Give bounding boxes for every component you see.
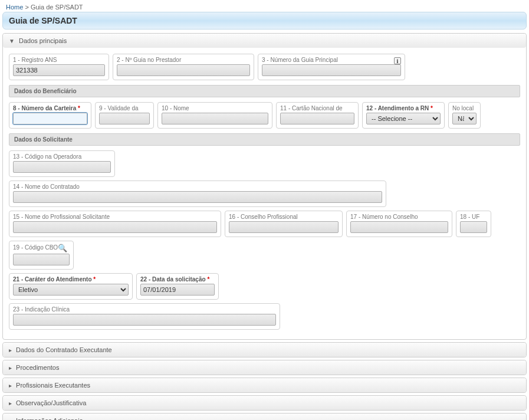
section-header-procedimentos[interactable]: ▸ Procedimentos [3, 360, 526, 375]
input-guia-principal[interactable] [262, 64, 401, 76]
field-nome: 10 - Nome [157, 102, 272, 129]
label-carater: 21 - Caráter do Atendimento * [13, 276, 129, 283]
input-nome-profissional[interactable] [13, 221, 217, 233]
label-data-solicitacao: 22 - Data da solicitação * [140, 276, 215, 283]
field-guia-principal: 3 - Número da Guia Principal i [258, 54, 405, 80]
section-title: Dados do Contratado Executante [16, 346, 112, 353]
section-profissionais: ▸ Profissionais Executantes [2, 378, 527, 393]
field-data-solicitacao: 22 - Data da solicitação * [136, 273, 219, 300]
chevron-right-icon: ▸ [9, 418, 12, 420]
section-title: Informações Adicionais [16, 417, 83, 420]
breadcrumb-current: Guia de SP/SADT [31, 4, 83, 11]
section-title: Observação/Justificativa [16, 399, 86, 406]
label-conselho: 16 - Conselho Profissional [229, 214, 339, 220]
section-header-informacoes[interactable]: ▸ Informações Adicionais [3, 414, 526, 420]
label-indicacao-clinica: 23 - Indicação Clínica [13, 306, 276, 313]
label-cartao-nacional: 11 - Cartão Nacional de [280, 105, 354, 111]
section-contratado-executante: ▸ Dados do Contratado Executante [2, 342, 527, 357]
input-guia-prestador[interactable] [117, 64, 250, 76]
label-atendimento-rn: 12 - Atendimento a RN * [366, 105, 441, 111]
select-atendimento-rn[interactable]: -- Selecione -- [366, 113, 441, 124]
field-nome-profissional: 15 - Nome do Profissional Solicitante [9, 211, 221, 237]
field-validade: 9 - Validade da [95, 102, 154, 129]
label-codigo-operadora: 13 - Código na Operadora [13, 153, 111, 160]
breadcrumb: Home > Guia de SP/SADT [2, 2, 527, 12]
input-data-solicitacao[interactable] [140, 284, 215, 296]
chevron-right-icon: ▸ [9, 400, 12, 406]
field-codigo-operadora: 13 - Código na Operadora [9, 150, 115, 177]
breadcrumb-home[interactable]: Home [6, 4, 23, 11]
field-codigo-cbo: 19 - Código CBO🔍 [9, 241, 74, 270]
section-dados-principais: ▼ Dados principais 1 - Registro ANS 2 - … [2, 33, 527, 340]
input-registro-ans[interactable] [13, 64, 105, 76]
search-icon[interactable]: 🔍 [58, 244, 67, 252]
select-carater[interactable]: Eletivo [13, 284, 129, 296]
label-codigo-cbo: 19 - Código CBO🔍 [13, 244, 70, 252]
label-uf: 18 - UF [460, 214, 487, 220]
input-uf[interactable] [460, 221, 487, 233]
section-procedimentos: ▸ Procedimentos [2, 360, 527, 375]
field-atendimento-rn: 12 - Atendimento a RN * -- Selecione -- [362, 102, 445, 129]
field-uf: 18 - UF [456, 211, 491, 237]
label-guia-prestador: 2 - Nº Guia no Prestador [117, 57, 250, 63]
section-title: Dados principais [19, 37, 67, 44]
bar-solicitante: Dados do Solicitante [9, 133, 520, 146]
field-carater: 21 - Caráter do Atendimento * Eletivo [9, 273, 133, 300]
select-no-local[interactable]: Não [452, 113, 477, 124]
input-cartao-nacional[interactable] [280, 113, 354, 124]
info-icon[interactable]: i [394, 57, 401, 64]
input-indicacao-clinica[interactable] [13, 314, 276, 326]
section-header-profissionais[interactable]: ▸ Profissionais Executantes [3, 378, 526, 392]
field-indicacao-clinica: 23 - Indicação Clínica [9, 303, 280, 330]
field-registro-ans: 1 - Registro ANS [9, 54, 109, 80]
field-no-local: No local Não [448, 102, 481, 129]
label-no-local: No local [452, 105, 477, 111]
section-header-observacao[interactable]: ▸ Observação/Justificativa [3, 396, 526, 410]
chevron-right-icon: ▸ [9, 365, 12, 371]
field-conselho: 16 - Conselho Profissional [225, 211, 343, 237]
section-title: Profissionais Executantes [16, 382, 90, 389]
label-num-conselho: 17 - Número no Conselho [350, 214, 448, 220]
input-nome-contratado[interactable] [13, 191, 382, 203]
bar-beneficiario: Dados do Beneficiário [9, 85, 520, 97]
label-guia-principal: 3 - Número da Guia Principal [262, 57, 338, 63]
label-nome-contratado: 14 - Nome do Contratado [13, 183, 382, 190]
field-numero-carteira: 8 - Número da Carteira * [9, 102, 91, 129]
section-title: Procedimentos [16, 364, 59, 371]
page-title: Guia de SP/SADT [2, 12, 527, 29]
field-guia-prestador: 2 - Nº Guia no Prestador [113, 54, 254, 80]
field-nome-contratado: 14 - Nome do Contratado [9, 181, 386, 207]
label-registro-ans: 1 - Registro ANS [13, 57, 105, 63]
chevron-right-icon: ▸ [9, 382, 12, 389]
input-numero-carteira[interactable] [13, 113, 87, 124]
chevron-down-icon: ▼ [9, 38, 15, 44]
label-nome: 10 - Nome [162, 105, 268, 111]
section-informacoes: ▸ Informações Adicionais [2, 413, 527, 420]
section-observacao: ▸ Observação/Justificativa [2, 395, 527, 411]
breadcrumb-separator: > [25, 4, 28, 11]
field-num-conselho: 17 - Número no Conselho [346, 211, 452, 237]
label-nome-profissional: 15 - Nome do Profissional Solicitante [13, 214, 217, 220]
section-header-executante[interactable]: ▸ Dados do Contratado Executante [3, 343, 526, 357]
chevron-right-icon: ▸ [9, 347, 12, 353]
input-nome[interactable] [162, 113, 268, 124]
section-header-dados-principais[interactable]: ▼ Dados principais [3, 34, 526, 48]
label-numero-carteira: 8 - Número da Carteira * [13, 105, 87, 111]
input-num-conselho[interactable] [350, 221, 448, 233]
input-conselho[interactable] [229, 221, 339, 233]
input-codigo-cbo[interactable] [13, 254, 70, 265]
field-cartao-nacional: 11 - Cartão Nacional de [276, 102, 359, 129]
label-validade: 9 - Validade da [99, 105, 150, 111]
input-codigo-operadora[interactable] [13, 161, 111, 173]
input-validade[interactable] [99, 113, 150, 124]
